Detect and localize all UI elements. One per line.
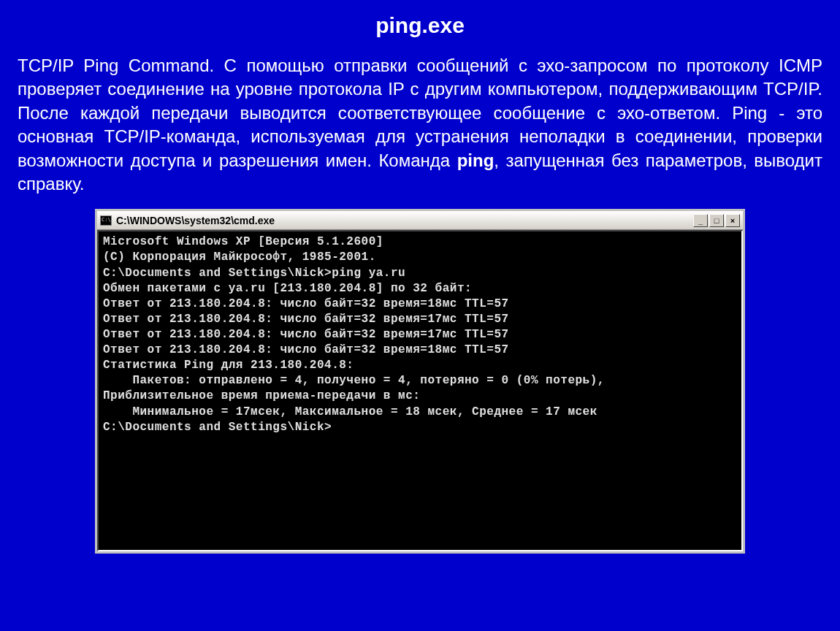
terminal-line: Минимальное = 17мсек, Максимальное = 18 … (103, 405, 737, 420)
terminal-line: (C) Корпорация Майкрософт, 1985-2001. (103, 250, 737, 265)
terminal-line: Ответ от 213.180.204.8: число байт=32 вр… (103, 327, 737, 343)
terminal-line: Приблизительное время приема-передачи в … (103, 389, 737, 404)
description-text: TCP/IP Ping Command. С помощью отправки … (18, 54, 822, 196)
window-title: C:\WINDOWS\system32\cmd.exe (116, 215, 693, 226)
terminal-line: Microsoft Windows XP [Версия 5.1.2600] (103, 234, 737, 250)
terminal-line: Ответ от 213.180.204.8: число байт=32 вр… (103, 343, 737, 358)
cmd-window: C:\WINDOWS\system32\cmd.exe _ □ × Micros… (95, 209, 745, 554)
window-controls: _ □ × (693, 214, 740, 227)
terminal-line: Статистика Ping для 213.180.204.8: (103, 358, 737, 373)
terminal-line: Ответ от 213.180.204.8: число байт=32 вр… (103, 297, 737, 312)
page-title: ping.exe (18, 13, 822, 38)
cmd-icon (100, 215, 112, 226)
terminal-line: Обмен пакетами с ya.ru [213.180.204.8] п… (103, 281, 737, 297)
terminal-line: Ответ от 213.180.204.8: число байт=32 вр… (103, 312, 737, 327)
terminal-line: C:\Documents and Settings\Nick> (103, 420, 737, 435)
maximize-button[interactable]: □ (709, 214, 724, 227)
terminal-line: Пакетов: отправлено = 4, получено = 4, п… (103, 373, 737, 389)
desc-bold: ping (457, 150, 495, 170)
terminal-line: C:\Documents and Settings\Nick>ping ya.r… (103, 266, 737, 281)
terminal-output[interactable]: Microsoft Windows XP [Версия 5.1.2600](C… (97, 230, 743, 551)
minimize-button[interactable]: _ (693, 214, 708, 227)
close-button[interactable]: × (725, 214, 740, 227)
window-titlebar[interactable]: C:\WINDOWS\system32\cmd.exe _ □ × (97, 211, 743, 230)
